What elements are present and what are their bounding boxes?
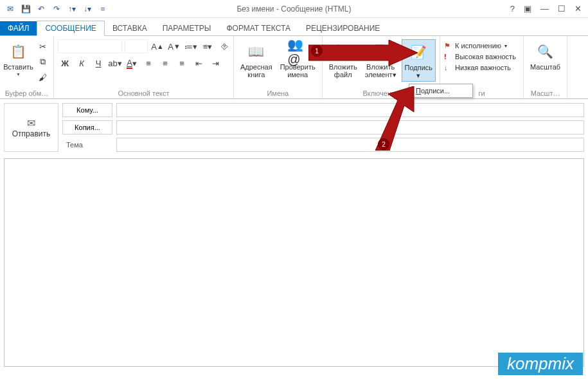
- subject-label: Тема: [62, 141, 112, 149]
- copy-icon[interactable]: ⧉: [35, 55, 49, 69]
- address-book-icon: 📖: [246, 41, 267, 62]
- watermark: kompmix: [498, 353, 583, 375]
- check-names-icon: 👥@: [287, 41, 308, 62]
- group-names-label: Имена: [238, 89, 318, 97]
- format-painter-icon[interactable]: 🖌: [35, 70, 49, 84]
- recipient-area: ✉ Отправить Кому... Копия... Тема: [0, 99, 588, 156]
- align-left-icon[interactable]: ≡: [141, 56, 156, 70]
- qat-more-icon[interactable]: =: [98, 4, 108, 14]
- address-book-button[interactable]: 📖 Адреснаякнига: [238, 39, 275, 80]
- low-importance-button[interactable]: ↓ Низкая важность: [444, 64, 511, 71]
- tab-file[interactable]: ФАЙЛ: [0, 21, 37, 35]
- close-icon[interactable]: ✕: [575, 4, 582, 14]
- bullets-icon[interactable]: ≔▾: [184, 39, 198, 53]
- send-icon: ✉: [27, 117, 35, 129]
- group-zoom-label: Масшт…: [528, 89, 563, 97]
- quick-access-toolbar: ✉ 💾 ↶ ↷ ↑▾ ↓▾ =: [0, 4, 108, 14]
- help-icon[interactable]: ?: [510, 4, 515, 14]
- window-title: Без имени - Сообщение (HTML): [236, 5, 351, 14]
- font-name[interactable]: [58, 39, 122, 53]
- align-right-icon[interactable]: ≡: [175, 56, 189, 70]
- chevron-down-icon: ▼: [16, 72, 21, 77]
- zoom-icon: 🔍: [535, 41, 556, 62]
- group-clipboard-label: Буфер обм…: [4, 89, 49, 97]
- align-center-icon[interactable]: ≡: [158, 56, 172, 70]
- cc-input[interactable]: [116, 120, 584, 134]
- cc-button[interactable]: Копия...: [62, 120, 112, 134]
- minimize-icon[interactable]: —: [540, 4, 549, 14]
- indent-more-icon[interactable]: ⇥: [208, 56, 222, 70]
- svg-marker-0: [308, 40, 418, 66]
- paste-button[interactable]: 📋 Вставить ▼: [4, 39, 33, 79]
- font-size[interactable]: [125, 39, 148, 53]
- down-icon[interactable]: ↓▾: [82, 4, 93, 14]
- high-importance-button[interactable]: ! Высокая важность: [444, 53, 516, 60]
- clipboard-icon: 📋: [8, 41, 29, 62]
- shrink-font-icon[interactable]: A▼: [167, 39, 181, 53]
- low-importance-icon: ↓: [444, 64, 452, 71]
- ribbon-display-icon[interactable]: ▣: [524, 4, 531, 14]
- flag-icon: ⚑: [444, 42, 452, 50]
- bold-button[interactable]: Ж: [58, 56, 72, 70]
- tab-review[interactable]: РЕЦЕНЗИРОВАНИЕ: [298, 21, 388, 35]
- save-icon[interactable]: 💾: [21, 4, 31, 14]
- cut-icon[interactable]: ✂: [35, 39, 49, 53]
- indent-less-icon[interactable]: ⇤: [192, 56, 206, 70]
- group-basic-text-label: Основной текст: [58, 89, 229, 97]
- to-input[interactable]: [116, 103, 584, 117]
- ribbon-tabstrip: ФАЙЛ СООБЩЕНИЕ ВСТАВКА ПАРАМЕТРЫ ФОРМАТ …: [0, 18, 588, 36]
- high-importance-icon: !: [444, 53, 452, 60]
- envelope-icon[interactable]: ✉: [5, 4, 15, 14]
- send-button[interactable]: ✉ Отправить: [4, 103, 58, 152]
- highlight-icon[interactable]: ab▾: [108, 56, 122, 70]
- maximize-icon[interactable]: ☐: [558, 4, 566, 14]
- annotation-badge-1: 1: [311, 45, 323, 57]
- titlebar: ✉ 💾 ↶ ↷ ↑▾ ↓▾ = Без имени - Сообщение (H…: [0, 0, 588, 18]
- annotation-badge-2: 2: [378, 138, 389, 150]
- italic-button[interactable]: К: [75, 56, 89, 70]
- redo-icon[interactable]: ↷: [51, 4, 62, 14]
- annotation-arrow-1: [308, 40, 418, 66]
- clear-format-icon[interactable]: ⯑: [217, 39, 231, 53]
- group-zoom: 🔍 Масштаб Масшт…: [524, 36, 567, 98]
- ribbon: 📋 Вставить ▼ ✂ ⧉ 🖌 Буфер обм… A▲ A▼ ≔▾ ≡…: [0, 36, 588, 99]
- tab-insert[interactable]: ВСТАВКА: [105, 21, 155, 35]
- tab-format[interactable]: ФОРМАТ ТЕКСТА: [218, 21, 298, 35]
- group-clipboard: 📋 Вставить ▼ ✂ ⧉ 🖌 Буфер обм…: [0, 36, 54, 98]
- grow-font-icon[interactable]: A▲: [150, 39, 165, 53]
- to-button[interactable]: Кому...: [62, 103, 112, 117]
- message-body[interactable]: [4, 158, 584, 367]
- up-icon[interactable]: ↑▾: [67, 4, 77, 14]
- undo-icon[interactable]: ↶: [36, 4, 46, 14]
- zoom-button[interactable]: 🔍 Масштаб: [528, 39, 563, 73]
- follow-up-button[interactable]: ⚑ К исполнению▾: [444, 42, 507, 50]
- tab-message[interactable]: СООБЩЕНИЕ: [37, 21, 105, 36]
- tab-options[interactable]: ПАРАМЕТРЫ: [155, 21, 219, 35]
- font-color-icon[interactable]: A▾: [125, 56, 139, 70]
- group-basic-text: A▲ A▼ ≔▾ ≡▾ ⯑ Ж К Ч ab▾ A▾ ≡ ≡ ≡ ⇤ ⇥ Осн…: [54, 36, 234, 98]
- underline-button[interactable]: Ч: [91, 56, 105, 70]
- numbering-icon[interactable]: ≡▾: [200, 39, 215, 53]
- subject-input[interactable]: [116, 138, 584, 152]
